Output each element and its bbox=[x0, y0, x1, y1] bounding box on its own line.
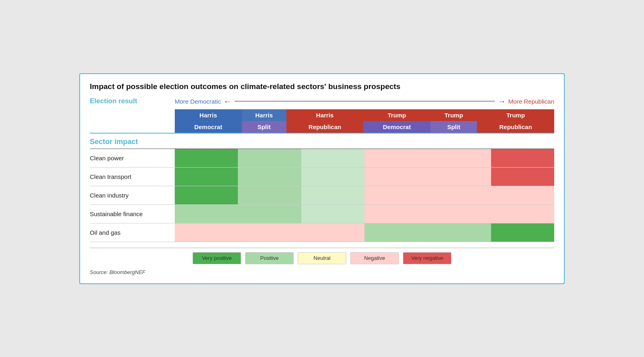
data-cell bbox=[301, 167, 364, 186]
header-table: White House Harris Harris Harris Trump T… bbox=[90, 109, 554, 133]
legend-color-box: Very negative bbox=[403, 252, 451, 264]
sector-label: Sustainable finance bbox=[90, 204, 175, 223]
legend-row: Very positivePositiveNeutralNegativeVery… bbox=[90, 248, 554, 264]
col-harris-dem-wh: Harris bbox=[175, 109, 242, 121]
right-arrow-icon: → bbox=[498, 97, 506, 106]
data-cell bbox=[238, 167, 301, 186]
legend-color-box: Very positive bbox=[193, 252, 241, 264]
data-cell bbox=[428, 223, 491, 242]
data-cell bbox=[491, 186, 554, 204]
data-cell bbox=[428, 167, 491, 186]
white-house-row: White House Harris Harris Harris Trump T… bbox=[90, 109, 554, 121]
congress-label: Congress bbox=[90, 121, 175, 133]
legend-color-box: Positive bbox=[245, 252, 294, 264]
legend-color-box: Negative bbox=[350, 252, 399, 264]
main-card: Impact of possible election outcomes on … bbox=[79, 73, 565, 284]
arrow-full: More Democratic ← → More Republican bbox=[175, 97, 554, 106]
data-cell bbox=[428, 186, 491, 204]
data-cell bbox=[364, 186, 428, 204]
legend-item: Very positive bbox=[193, 252, 241, 264]
data-cell bbox=[175, 149, 238, 167]
col-trump-rep-wh: Trump bbox=[477, 109, 554, 121]
data-cell bbox=[175, 186, 238, 204]
data-cell bbox=[175, 167, 238, 186]
more-republican-label: More Republican bbox=[508, 98, 554, 105]
table-row: Sustainable finance bbox=[90, 204, 554, 223]
data-cell bbox=[238, 204, 301, 223]
page-title: Impact of possible election outcomes on … bbox=[90, 82, 554, 91]
col-trump-split-wh: Trump bbox=[430, 109, 477, 121]
col-trump-split-cong: Split bbox=[430, 121, 477, 133]
legend-item: Negative bbox=[350, 252, 399, 264]
col-trump-dem-wh: Trump bbox=[363, 109, 430, 121]
data-cell bbox=[364, 167, 428, 186]
col-harris-split-wh: Harris bbox=[242, 109, 286, 121]
source-text: Source: BloombergNEF bbox=[90, 269, 554, 275]
left-arrow-icon: ← bbox=[223, 97, 231, 106]
table-row: Clean power bbox=[90, 149, 554, 167]
data-cell bbox=[175, 204, 238, 223]
sector-label: Oil and gas bbox=[90, 223, 175, 242]
sector-label: Clean power bbox=[90, 149, 175, 167]
more-democratic-label: More Democratic bbox=[175, 98, 221, 105]
table-row: Oil and gas bbox=[90, 223, 554, 242]
col-harris-dem-cong: Democrat bbox=[175, 121, 242, 133]
sector-label: Clean industry bbox=[90, 186, 175, 204]
data-cell bbox=[428, 149, 491, 167]
col-trump-rep-cong: Republican bbox=[477, 121, 554, 133]
data-cell bbox=[238, 149, 301, 167]
data-cell bbox=[238, 223, 301, 242]
data-cell bbox=[301, 223, 364, 242]
data-cell bbox=[364, 149, 428, 167]
data-cell bbox=[364, 223, 428, 242]
col-harris-split-cong: Split bbox=[242, 121, 286, 133]
sector-label: Clean transport bbox=[90, 167, 175, 186]
arrow-line bbox=[235, 101, 494, 102]
congress-row: Congress Democrat Split Republican Democ… bbox=[90, 121, 554, 133]
col-harris-rep-cong: Republican bbox=[286, 121, 364, 133]
election-result-row: Election result More Democratic ← → More… bbox=[90, 97, 554, 106]
col-harris-rep-wh: Harris bbox=[286, 109, 364, 121]
data-cell bbox=[491, 149, 554, 167]
legend-item: Positive bbox=[245, 252, 294, 264]
data-cell bbox=[491, 204, 554, 223]
legend-color-box: Neutral bbox=[298, 252, 346, 264]
data-cell bbox=[238, 186, 301, 204]
data-table: Clean powerClean transportClean industry… bbox=[90, 149, 554, 242]
table-row: Clean transport bbox=[90, 167, 554, 186]
data-cell bbox=[301, 149, 364, 167]
data-cell bbox=[175, 223, 238, 242]
data-cell bbox=[491, 223, 554, 242]
data-cell bbox=[301, 204, 364, 223]
legend-item: Very negative bbox=[403, 252, 451, 264]
data-cell bbox=[301, 186, 364, 204]
data-cell bbox=[364, 204, 428, 223]
table-row: Clean industry bbox=[90, 186, 554, 204]
sector-impact-title: Sector impact bbox=[90, 133, 554, 149]
data-cell bbox=[491, 167, 554, 186]
col-trump-dem-cong: Democrat bbox=[363, 121, 430, 133]
white-house-label: White House bbox=[90, 109, 175, 121]
election-result-label: Election result bbox=[90, 97, 175, 105]
data-cell bbox=[428, 204, 491, 223]
legend-item: Neutral bbox=[298, 252, 346, 264]
